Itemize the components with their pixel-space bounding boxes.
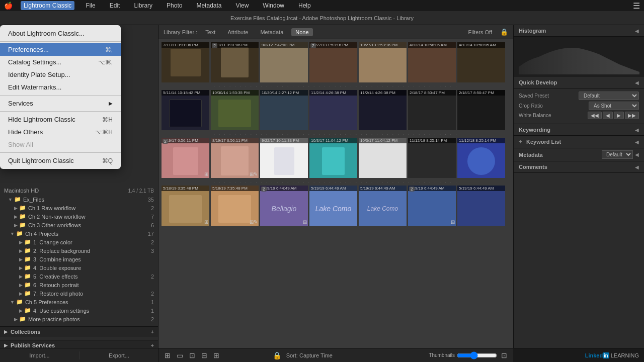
folder-creative[interactable]: ▶ 📁 5. Creative effects 2 [0, 272, 158, 281]
people-view-button[interactable]: ⊞ [211, 350, 221, 360]
folder-ch3[interactable]: ▶ 📁 Ch 3 Other workflows 6 [0, 221, 158, 229]
menu-library[interactable]: Library [131, 1, 155, 10]
histogram-section[interactable]: Histogram ◀ [514, 25, 644, 37]
folder-ch2[interactable]: ▶ 📁 Ch 2 Non-raw workflow 7 [0, 212, 158, 221]
grid-cell[interactable]: 10/30/14 1:53:35 PM [211, 90, 259, 130]
menu-metadata[interactable]: Metadata [193, 1, 224, 10]
folder-ch4[interactable]: ▼ 📁 Ch 4 Projects 17 [0, 229, 158, 238]
grid-cell[interactable]: 5/11/14 10:18:42 PM [162, 90, 209, 130]
folder-change-color[interactable]: ▶ 📁 1. Change color 2 [0, 238, 158, 246]
grid-cell[interactable]: 5/19/19 6:44:49 AM 2 ⊞ [408, 186, 456, 226]
comments-section[interactable]: Comments ◀ [514, 161, 644, 173]
grid-cell[interactable]: 10/27/13 1:53:16 PM 2 [309, 42, 357, 82]
lock-icon: 🔒 [271, 350, 283, 360]
grid-cell[interactable]: 5/19/19 6:44:49 AM Lake Como [359, 186, 407, 226]
thumbnail-size-slider[interactable] [457, 351, 497, 359]
grid-cell[interactable]: 11/2/14 4:26:38 PM [359, 90, 407, 130]
menu-photo[interactable]: Photo [164, 1, 185, 10]
menu-catalog-settings[interactable]: Catalog Settings... ⌥⌘, [0, 56, 121, 68]
menu-preferences[interactable]: Preferences... ⌘, [0, 43, 121, 56]
menu-hide-others[interactable]: Hide Others ⌥⌘H [0, 126, 121, 138]
folder-double-exp[interactable]: ▶ 📁 4. Double exposure [0, 263, 158, 272]
filter-attribute[interactable]: Attribute [223, 28, 252, 36]
hamburger-icon[interactable]: ☰ [633, 1, 640, 11]
folder-retouch[interactable]: ▶ 📁 6. Retouch portrait [0, 281, 158, 289]
cell-badge: 2 [212, 43, 217, 48]
menu-hide-lightroom[interactable]: Hide Lightroom Classic ⌘H [0, 113, 121, 126]
survey-view-button[interactable]: ⊟ [199, 350, 209, 360]
keyword-list-section[interactable]: + Keyword List ◀ [514, 136, 644, 148]
menu-services[interactable]: Services ▶ [0, 97, 121, 110]
metadata-section[interactable]: Metadata Default ◀ [514, 148, 644, 161]
export-button[interactable]: Export... [79, 350, 158, 360]
filter-text[interactable]: Text [201, 28, 219, 36]
grid-cell[interactable]: 8/19/17 6:56:11 PM 2 ⊞ [162, 138, 209, 178]
grid-cell[interactable]: 5/19/19 6:44:49 AM 2 Bellagio ⊞ [260, 186, 308, 226]
qd-wb-prev[interactable]: ◀◀ [588, 112, 602, 119]
sync-button[interactable]: ⊡ [499, 350, 509, 360]
folder-ex-files[interactable]: ▼ 📁 Ex_Files 35 [0, 195, 158, 204]
qd-preset-select[interactable]: Default [579, 92, 639, 100]
cell-info: 10/27/13 1:53:16 PM [309, 42, 357, 48]
filter-none[interactable]: None [291, 28, 312, 36]
menu-about[interactable]: About Lightroom Classic... [0, 27, 121, 40]
keyword-add-icon[interactable]: + [519, 138, 522, 145]
metadata-preset-select[interactable]: Default [602, 150, 633, 159]
menu-edit-watermarks[interactable]: Edit Watermarks... [0, 81, 121, 94]
grid-view-button[interactable]: ⊞ [163, 350, 173, 360]
grid-cell[interactable]: 2/18/17 8:50:47 PM [457, 90, 505, 130]
grid-cell[interactable]: 10/27/13 1:53:16 PM [359, 42, 407, 82]
row-dots: · · · · · · · · · · · · · · · · · · · · … [162, 83, 510, 90]
grid-cell[interactable]: 8/19/17 6:56:11 PM ⊞✎ [211, 138, 259, 178]
grid-cell[interactable]: 5/19/19 6:44:49 AM [457, 186, 505, 226]
cell-badge: 2 [409, 187, 415, 192]
grid-cell[interactable]: 5/19/19 6:44:49 AM Lake Como [309, 186, 357, 226]
grid-cell[interactable]: 10/30/14 2:27:12 PM [260, 90, 308, 130]
filter-lock-icon[interactable]: 🔒 [500, 28, 508, 36]
grid-cell[interactable]: 10/3/17 11:04:12 PM [359, 138, 407, 178]
grid-cell[interactable]: 10/3/17 11:04:12 PM [309, 138, 357, 178]
grid-cell[interactable]: 11/2/14 4:26:38 PM [309, 90, 357, 130]
menu-lightroom-classic[interactable]: Lightroom Classic [21, 1, 74, 10]
grid-cell[interactable]: 11/12/18 8:25:14 PM [457, 138, 505, 178]
qd-wb-down[interactable]: ◀ [603, 112, 613, 119]
grid-cell[interactable]: 11/12/18 8:25:14 PM [408, 138, 456, 178]
menu-window[interactable]: Window [260, 1, 287, 10]
compare-view-button[interactable]: ⊡ [187, 350, 197, 360]
folder-more-practice[interactable]: ▶ 📁 More practice photos 2 [0, 315, 158, 323]
folder-replace-bg[interactable]: ▶ 📁 2. Replace background 3 [0, 246, 158, 255]
menu-identity-plate[interactable]: Identity Plate Setup... [0, 68, 121, 81]
folder-ch1[interactable]: ▶ 📁 Ch 1 Raw workflow 2 [0, 204, 158, 212]
folder-custom-settings[interactable]: ▶ 📁 4. Use custom settings 1 [0, 306, 158, 315]
filters-off[interactable]: Filters Off [464, 28, 496, 36]
folder-combine[interactable]: ▶ 📁 3. Combine images [0, 255, 158, 263]
grid-cell[interactable]: 7/11/11 3:31:06 PM 2 [211, 42, 259, 82]
grid-cell[interactable]: 9/3/12 7:42:03 PM [260, 42, 308, 82]
collections-add[interactable]: + [151, 329, 154, 335]
qd-wb-next[interactable]: ▶▶ [625, 112, 639, 119]
folder-restore[interactable]: ▶ 📁 7. Restore old photo 2 [0, 289, 158, 298]
folder-ch5[interactable]: ▼ 📁 Ch 5 Preferences 1 [0, 298, 158, 306]
qd-wb-up[interactable]: ▶ [614, 112, 624, 119]
grid-cell[interactable]: 5/18/19 3:35:48 PM ⊞ [162, 186, 209, 226]
collections-header[interactable]: ▶ Collections + [0, 326, 158, 337]
quick-develop-section[interactable]: Quick Develop ◀ [514, 77, 644, 88]
grid-cell[interactable]: 2/18/17 8:50:47 PM [408, 90, 456, 130]
grid-cell[interactable]: 7/11/11 3:31:06 PM [162, 42, 209, 82]
keywording-section[interactable]: Keywording ◀ [514, 124, 644, 136]
grid-cell[interactable]: 4/13/14 10:58:05 AM [408, 42, 456, 82]
import-button[interactable]: Import... [0, 350, 79, 360]
qd-crop-select[interactable]: As Shot [589, 102, 639, 110]
grid-cell[interactable]: 5/18/19 7:35:48 PM ⊞✎ [211, 186, 259, 226]
menu-quit[interactable]: Quit Lightroom Classic ⌘Q [0, 154, 121, 167]
grid-cell[interactable]: 4/13/14 10:58:05 AM [457, 42, 505, 82]
loupe-view-button[interactable]: ▭ [175, 350, 185, 360]
filter-metadata[interactable]: Metadata [256, 28, 287, 36]
menu-help[interactable]: Help [295, 1, 314, 10]
grid-cell[interactable]: 9/22/17 10:11:33 PM [260, 138, 308, 178]
qd-preset-label: Saved Preset [519, 93, 549, 99]
menu-edit[interactable]: Edit [107, 1, 123, 10]
menu-file[interactable]: File [83, 1, 98, 10]
apple-menu[interactable]: 🍎 [4, 2, 13, 10]
menu-view[interactable]: View [233, 1, 252, 10]
